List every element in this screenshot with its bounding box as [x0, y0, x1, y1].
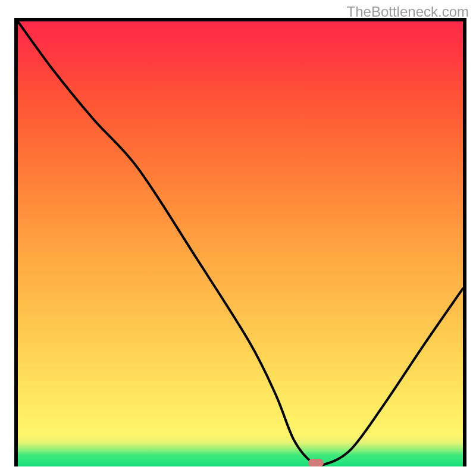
curve-layer: [18, 21, 463, 466]
plot-area: [14, 18, 466, 466]
chart-frame: TheBottleneck.com: [0, 0, 476, 476]
bottleneck-curve: [18, 21, 463, 466]
watermark-text: TheBottleneck.com: [347, 4, 469, 20]
optimal-marker: [308, 459, 324, 466]
